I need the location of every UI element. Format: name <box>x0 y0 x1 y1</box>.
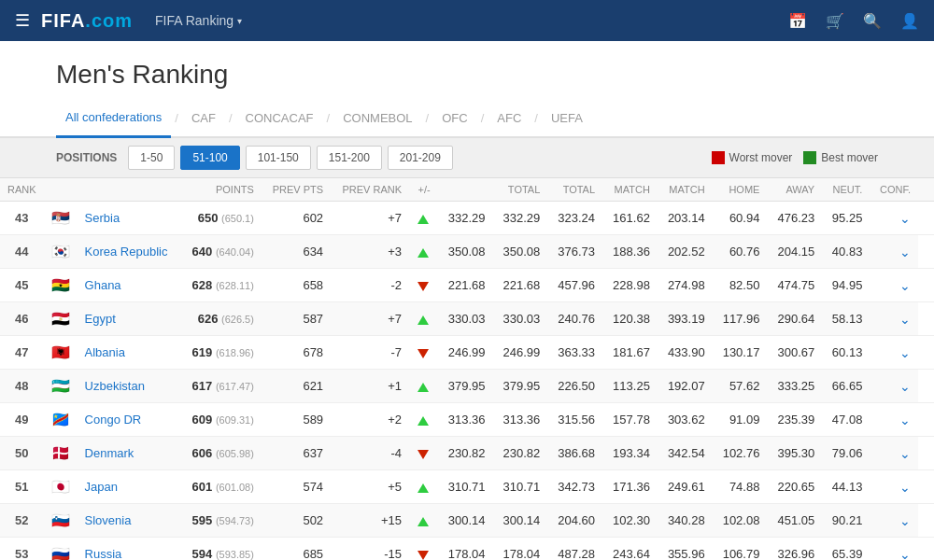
col-flag <box>44 178 78 202</box>
expand-icon[interactable]: ⌄ <box>899 278 911 293</box>
c5-cell: 393.19 <box>658 302 713 336</box>
prev-pts-cell: 637 <box>262 437 331 470</box>
table-row: 53 🇷🇺 Russia 594 (593.85) 685 -15 178.04… <box>0 538 934 561</box>
prev-pts-cell: 589 <box>262 403 331 437</box>
c4-cell: 157.78 <box>602 403 658 437</box>
c7-cell: 300.67 <box>767 336 822 370</box>
conf-nav-item-all[interactable]: All confederations <box>56 99 171 138</box>
c8-cell: 66.65 <box>822 370 870 403</box>
change-cell: +1 <box>331 370 409 403</box>
expand-cell[interactable]: ⌄ <box>870 370 918 403</box>
team-name-cell[interactable]: Albania <box>78 336 181 370</box>
col-c3: MATCH <box>602 178 658 202</box>
col-expand <box>918 178 934 202</box>
expand-icon[interactable]: ⌄ <box>899 211 911 226</box>
c7-cell: 395.30 <box>767 437 822 470</box>
expand-cell[interactable]: ⌄ <box>870 437 918 470</box>
expand-icon[interactable]: ⌄ <box>899 446 911 461</box>
arrow-cell <box>409 403 438 437</box>
tab-1-50[interactable]: 1-50 <box>128 146 175 170</box>
col-change: +/- <box>409 178 438 202</box>
c8-cell: 58.13 <box>822 302 870 336</box>
c4-cell: 102.30 <box>602 504 658 538</box>
team-name-cell[interactable]: Denmark <box>78 437 181 470</box>
tab-101-150[interactable]: 101-150 <box>246 146 311 170</box>
conf-separator-5: / <box>477 100 488 136</box>
expand-icon[interactable]: ⌄ <box>899 547 911 561</box>
expand-cell[interactable]: ⌄ <box>870 336 918 370</box>
c1-cell: 230.82 <box>438 437 493 470</box>
team-name-cell[interactable]: Russia <box>78 538 181 561</box>
prev-pts-cell: 574 <box>262 470 331 504</box>
conf-nav-item-conmebol[interactable]: CONMEBOL <box>333 100 421 136</box>
expand-icon[interactable]: ⌄ <box>899 413 911 427</box>
arrow-down-icon <box>417 551 429 560</box>
team-name-cell[interactable]: Japan <box>78 470 181 504</box>
conf-nav-item-caf[interactable]: CAF <box>182 100 225 136</box>
c8-cell: 44.13 <box>822 470 870 504</box>
conf-nav-item-concacaf[interactable]: CONCACAF <box>236 100 323 136</box>
c6-cell: 102.76 <box>713 437 768 470</box>
cart-icon[interactable]: 🛒 <box>826 12 844 30</box>
c4-cell: 181.67 <box>602 336 658 370</box>
expand-icon[interactable]: ⌄ <box>899 312 911 327</box>
team-name-cell[interactable]: Ghana <box>78 269 181 302</box>
expand-icon[interactable]: ⌄ <box>899 480 911 495</box>
worst-mover-icon <box>712 151 725 164</box>
c7-cell: 290.64 <box>767 302 822 336</box>
c8-cell: 40.83 <box>822 235 870 269</box>
c2-cell: 178.04 <box>493 538 548 561</box>
c7-cell: 220.65 <box>767 470 822 504</box>
expand-icon[interactable]: ⌄ <box>899 379 911 394</box>
user-icon[interactable]: 👤 <box>900 12 919 30</box>
points-cell: 619 (618.96) <box>180 336 262 370</box>
conf-nav-item-ofc[interactable]: OFC <box>432 100 476 136</box>
c2-cell: 330.03 <box>493 302 548 336</box>
calendar-icon[interactable]: 📅 <box>788 12 807 30</box>
expand-cell[interactable]: ⌄ <box>870 235 918 269</box>
best-mover-label: Best mover <box>821 151 878 164</box>
expand-cell[interactable]: ⌄ <box>870 538 918 561</box>
expand-icon[interactable]: ⌄ <box>899 345 911 360</box>
menu-icon[interactable]: ☰ <box>15 10 30 31</box>
page-title: Men's Ranking <box>56 60 878 90</box>
expand-icon[interactable]: ⌄ <box>899 513 911 528</box>
c6-cell: 106.79 <box>713 538 768 561</box>
rank-cell: 43 <box>0 202 44 235</box>
team-name-cell[interactable]: Congo DR <box>78 403 181 437</box>
expand-cell[interactable]: ⌄ <box>870 202 918 235</box>
arrow-cell <box>409 336 438 370</box>
table-row: 48 🇺🇿 Uzbekistan 617 (617.47) 621 +1 379… <box>0 370 934 403</box>
team-name-cell[interactable]: Korea Republic <box>78 235 181 269</box>
expand-cell[interactable]: ⌄ <box>870 302 918 336</box>
expand-cell[interactable]: ⌄ <box>870 269 918 302</box>
expand-icon[interactable]: ⌄ <box>899 245 911 259</box>
tab-51-100[interactable]: 51-100 <box>180 146 239 170</box>
team-name-cell[interactable]: Serbia <box>78 202 181 235</box>
rank-cell: 53 <box>0 538 44 561</box>
flag-cell: 🇷🇸 <box>44 202 78 235</box>
best-mover-legend: Best mover <box>803 151 878 164</box>
expand-cell[interactable]: ⌄ <box>870 470 918 504</box>
tab-151-200[interactable]: 151-200 <box>317 146 382 170</box>
points-cell: 617 (617.47) <box>180 370 262 403</box>
nav-label: FIFA Ranking <box>155 13 234 28</box>
col-arrow <box>438 178 493 202</box>
tab-201-209[interactable]: 201-209 <box>388 146 453 170</box>
c2-cell: 379.95 <box>493 370 548 403</box>
expand-cell[interactable]: ⌄ <box>870 403 918 437</box>
team-name-cell[interactable]: Egypt <box>78 302 181 336</box>
prev-pts-cell: 502 <box>262 504 331 538</box>
c2-cell: 313.36 <box>493 403 548 437</box>
team-name-cell[interactable]: Slovenia <box>78 504 181 538</box>
expand-cell[interactable]: ⌄ <box>870 504 918 538</box>
team-name-cell[interactable]: Uzbekistan <box>78 370 181 403</box>
c6-cell: 74.88 <box>713 470 768 504</box>
c8-cell: 94.95 <box>822 269 870 302</box>
conf-nav-item-afc[interactable]: AFC <box>488 100 531 136</box>
c8-cell: 47.08 <box>822 403 870 437</box>
conf-nav-item-uefa[interactable]: UEFA <box>542 100 592 136</box>
search-icon[interactable]: 🔍 <box>863 12 882 30</box>
c5-cell: 249.61 <box>658 470 713 504</box>
country-flag: 🇺🇿 <box>51 378 70 394</box>
